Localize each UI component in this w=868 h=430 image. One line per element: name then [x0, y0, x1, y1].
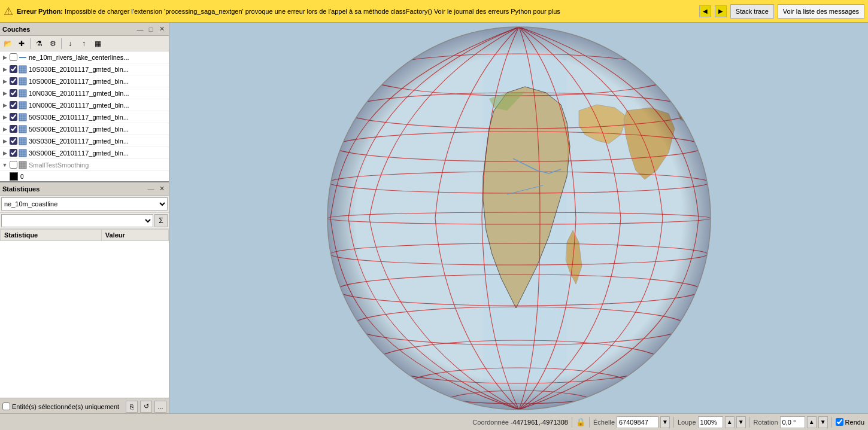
error-message: Erreur Python: Impossible de charger l'e… [17, 8, 696, 15]
scale-input[interactable] [617, 416, 658, 428]
loupe-input[interactable] [698, 416, 723, 428]
svg-rect-41 [19, 161, 26, 169]
layer-item[interactable]: ▼ SmallTestSmoothing [0, 159, 169, 171]
filter-btn[interactable]: ⚗ [32, 37, 45, 50]
svg-rect-31 [19, 138, 26, 145]
svg-point-67 [327, 27, 711, 410]
layer-type-icon [19, 149, 27, 157]
settings-btn[interactable]: ⚙ [46, 37, 59, 50]
rendu-checkbox[interactable] [836, 418, 843, 426]
layer-type-icon [19, 161, 27, 169]
stack-trace-button[interactable]: Stack trace [730, 4, 774, 19]
stats-table: Statistique Valeur [0, 229, 169, 398]
layer-visibility-check[interactable] [10, 161, 17, 169]
selected-only-checkbox[interactable] [2, 402, 10, 410]
legend-label: 0 [20, 173, 24, 180]
layer-item[interactable]: ▶ 10S030E_20101117_gmted_bln... [0, 63, 169, 75]
rotation-down-btn[interactable]: ▼ [818, 416, 828, 428]
couches-restore-btn[interactable]: □ [146, 25, 156, 34]
layer-name: 10N000E_20101117_gmted_bln... [29, 102, 168, 109]
couches-minimize-btn[interactable]: — [135, 25, 145, 34]
rendu-checkbox-label[interactable]: Rendu [836, 418, 864, 426]
expand-icon: ▶ [1, 150, 8, 157]
add-layer-btn[interactable]: ✚ [15, 37, 28, 50]
globe-container [169, 23, 868, 413]
layer-item[interactable]: ▶ 50S030E_20101117_gmted_bln... [0, 111, 169, 123]
layer-visibility-check[interactable] [10, 149, 17, 157]
scale-item: Échelle ▼ [593, 416, 670, 428]
copy-btn[interactable]: ⎘ [126, 401, 138, 413]
loupe-down-btn[interactable]: ▼ [736, 416, 746, 428]
view-list-button[interactable]: Voir la liste des messages [778, 4, 864, 19]
open-layer-btn[interactable]: 📂 [1, 37, 14, 50]
coord-label: Coordonnée [472, 419, 509, 426]
layer-visibility-check[interactable] [10, 113, 17, 121]
layer-name: 30S030E_20101117_gmted_bln... [29, 138, 168, 145]
loupe-up-btn[interactable]: ▲ [725, 416, 735, 428]
stats-field-dropdown[interactable] [1, 214, 153, 227]
stats-layer-dropdown[interactable]: ne_10m_coastline [1, 197, 168, 211]
couches-title: Couches [2, 26, 134, 33]
legend-color-box [10, 172, 18, 181]
svg-rect-21 [19, 114, 26, 121]
rotation-up-btn[interactable]: ▲ [807, 416, 817, 428]
layer-visibility-check[interactable] [10, 101, 17, 109]
layer-visibility-check[interactable] [10, 65, 17, 73]
status-bar: Coordonnée -4471961,-4971308 🔒 Échelle ▼… [0, 413, 868, 430]
couches-header: Couches — □ ✕ [0, 23, 169, 36]
layer-item[interactable]: ▶ ne_10m_rivers_lake_centerlines... [0, 51, 169, 63]
layer-item[interactable]: ▶ 10N030E_20101117_gmted_bln... [0, 87, 169, 99]
legend-item: 0 [0, 171, 169, 181]
layer-type-icon [19, 77, 27, 86]
layer-visibility-check[interactable] [10, 53, 17, 61]
rotation-input[interactable] [780, 416, 805, 428]
group-btn[interactable]: ▦ [91, 37, 104, 50]
layer-visibility-check[interactable] [10, 77, 17, 85]
selected-only-checkbox-label[interactable]: Entité(s) sélectionnée(s) uniquement [2, 402, 119, 410]
layer-name: 30S000E_20101117_gmted_bln... [29, 150, 168, 157]
error-nav-prev-btn[interactable]: ◀ [699, 5, 711, 17]
stats-close-btn[interactable]: ✕ [157, 184, 166, 194]
rendu-label: Rendu [845, 419, 864, 426]
layer-type-icon [19, 113, 27, 121]
svg-rect-1 [19, 66, 26, 73]
stats-minimize-btn[interactable]: — [146, 184, 156, 194]
svg-rect-11 [19, 90, 26, 97]
coordinates-item: Coordonnée -4471961,-4971308 [472, 419, 568, 426]
error-nav-next-btn[interactable]: ▶ [715, 5, 727, 17]
layer-type-icon [19, 65, 27, 74]
stats-col-valeur: Valeur [101, 230, 168, 241]
refresh-btn[interactable]: ↺ [140, 401, 152, 413]
error-bar: ⚠ Erreur Python: Impossible de charger l… [0, 0, 868, 23]
layer-item[interactable]: ▶ 10N000E_20101117_gmted_bln... [0, 99, 169, 111]
statistiques-title: Statistiques [2, 185, 145, 193]
expand-icon: ▶ [1, 54, 8, 61]
statistiques-panel: Statistiques — ✕ ne_10m_coastline Σ Stat… [0, 182, 169, 398]
layer-type-icon [19, 101, 27, 109]
expand-icon: ▶ [1, 138, 8, 145]
layer-name: SmallTestSmoothing [29, 161, 168, 169]
layer-visibility-check[interactable] [10, 137, 17, 145]
warning-icon: ⚠ [4, 5, 13, 18]
couches-toolbar: 📂 ✚ ⚗ ⚙ ↓ ↑ ▦ [0, 36, 169, 51]
layer-visibility-check[interactable] [10, 125, 17, 133]
svg-rect-6 [19, 78, 26, 85]
layer-type-icon [19, 125, 27, 133]
scale-label: Échelle [593, 419, 615, 426]
scale-down-btn[interactable]: ▼ [660, 416, 670, 428]
couches-close-btn[interactable]: ✕ [157, 25, 166, 34]
layer-item[interactable]: ▶ 30S030E_20101117_gmted_bln... [0, 135, 169, 147]
layer-visibility-check[interactable] [10, 89, 17, 97]
layer-item[interactable]: ▶ 50S000E_20101117_gmted_bln... [0, 123, 169, 135]
expand-icon: ▶ [1, 66, 8, 73]
left-panel: Couches — □ ✕ 📂 ✚ ⚗ ⚙ ↓ ↑ ▦ ▶ ne_10m_ [0, 23, 169, 430]
layer-name: ne_10m_rivers_lake_centerlines... [29, 54, 168, 61]
move-down-btn[interactable]: ↓ [63, 37, 77, 50]
more-options-btn[interactable]: ... [154, 401, 166, 413]
move-up-btn[interactable]: ↑ [77, 37, 90, 50]
expand-icon: ▼ [1, 161, 8, 169]
layer-item[interactable]: ▶ 10S000E_20101117_gmted_bln... [0, 75, 169, 87]
stats-refresh-btn[interactable]: Σ [154, 214, 168, 227]
layer-item[interactable]: ▶ 30S000E_20101117_gmted_bln... [0, 147, 169, 159]
expand-icon: ▶ [1, 90, 8, 97]
